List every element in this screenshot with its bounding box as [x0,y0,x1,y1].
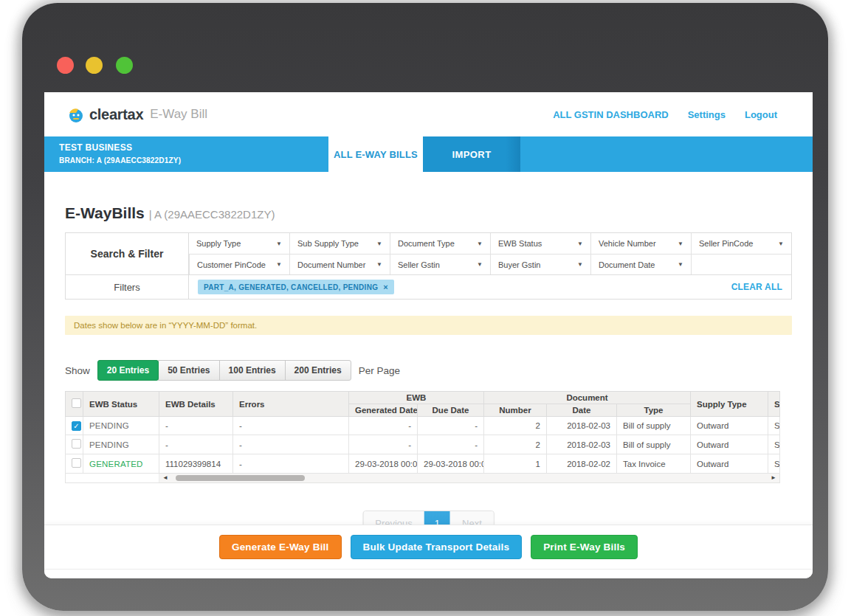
header-link-logout[interactable]: Logout [745,109,777,120]
dropdown-label: Supply Type [196,239,241,248]
entries-option-20[interactable]: 20 Entries [97,360,159,381]
logo-product-name: E-Way Bill [150,107,207,122]
window-close-button[interactable] [57,57,74,74]
dropdown-seller-gstin[interactable]: Seller Gstin▼ [390,254,490,274]
dropdown-ewb-status[interactable]: EWB Status▼ [490,233,590,254]
cell-ewb-details: - [159,435,233,454]
pagination-page-1[interactable]: 1 [424,511,450,525]
cell-document-date: 2018-02-03 [547,417,617,435]
scrollbar-thumb[interactable] [176,475,305,481]
group-header-ewb: EWB [349,392,484,404]
cell-due-date: 29-03-2018 00:00:00 [418,454,484,474]
chevron-down-icon: ▼ [477,240,483,247]
cell-sub-supply-type: SUPP [768,435,780,454]
cell-document-type: Tax Invoice [617,454,691,474]
table-row: GENERATED111029399814-29-03-2018 00:00:0… [66,454,780,474]
ewb-table-head: EWB StatusEWB DetailsErrorsEWBDocumentSu… [66,392,780,417]
navbar: TEST BUSINESS BRANCH: A (29AAECC3822D1ZY… [44,136,813,172]
dropdown-label: Document Date [599,260,655,269]
row-checkbox[interactable] [72,439,81,449]
pagination-previous[interactable]: Previous [363,511,424,525]
scroll-left-icon[interactable]: ◄ [159,475,171,481]
col-header-ewb-details: EWB Details [159,392,233,417]
dropdown-document-date[interactable]: Document Date▼ [590,254,691,274]
header-link-all-gstin-dashboard[interactable]: ALL GSTIN DASHBOARD [553,109,668,120]
cell-sub-supply-type: SUPP [768,454,780,474]
dropdown-supply-type[interactable]: Supply Type▼ [189,233,289,254]
per-page-label: Per Page [359,365,400,376]
filter-chip-remove-icon[interactable]: × [383,283,388,291]
main-area: E-WayBills| A (29AAECC3822D1ZY) Search &… [44,172,813,525]
cell-checkbox [66,435,83,454]
dropdown-seller-pincode[interactable]: Seller PinCode▼ [691,233,791,254]
scroll-right-icon[interactable]: ► [768,475,779,481]
clear-all-link[interactable]: CLEAR ALL [731,282,782,292]
dropdown-customer-pincode[interactable]: Customer PinCode▼ [189,254,289,274]
col-header-supply-type: Supply Type [691,392,768,417]
dropdown-label: Seller PinCode [699,239,753,248]
row-checkbox[interactable] [72,458,81,468]
search-filter-label: Search & Filter [66,233,189,274]
cell-errors: - [233,417,349,435]
tab-all-eway-bills[interactable]: ALL E-WAY BILLS [328,136,423,172]
cell-supply-type: Outward [691,435,768,454]
search-filter-panel: Search & Filter Supply Type▼Sub Supply T… [65,232,792,300]
entries-option-200[interactable]: 200 Entries [285,360,351,381]
cell-due-date: - [418,435,484,454]
cell-document-date: 2018-02-02 [547,454,617,474]
cell-generated-date: - [349,417,418,435]
dropdown-label: Document Type [398,239,455,248]
sub-header-generated-date: Generated Date [349,404,418,417]
entries-option-50[interactable]: 50 Entries [158,360,219,381]
cell-sub-supply-type: SUPP [768,417,780,435]
cell-document-number: 1 [484,454,547,474]
chevron-down-icon: ▼ [678,240,683,247]
cleartax-logo-icon [66,105,84,123]
header-link-settings[interactable]: Settings [688,109,726,120]
chevron-down-icon: ▼ [376,261,382,268]
dropdown-vehicle-number[interactable]: Vehicle Number▼ [590,233,691,254]
branch-label: BRANCH: A (29AAECC3822D1ZY) [59,156,328,165]
dropdown-document-type[interactable]: Document Type▼ [390,233,490,254]
window-maximize-button[interactable] [116,57,133,74]
col-header-ewb-status: EWB Status [83,392,159,417]
app-content: cleartax E-Way Bill ALL GSTIN DASHBOARDS… [44,92,813,578]
cell-ewb-status: PENDING [83,417,159,435]
print-e-way-bills-button[interactable]: Print E-Way Bills [531,535,638,559]
dropdown-label: Vehicle Number [599,239,656,248]
table-row: PENDING----22018-02-03Bill of supplyOutw… [66,435,780,454]
window-minimize-button[interactable] [86,57,103,74]
filter-chip[interactable]: PART_A, GENERATED, CANCELLED, PENDING × [198,280,394,294]
cell-supply-type: Outward [691,454,768,474]
cell-document-type: Bill of supply [617,435,691,454]
screenshot-canvas: cleartax E-Way Bill ALL GSTIN DASHBOARDS… [0,0,851,616]
entries-option-100[interactable]: 100 Entries [219,360,286,381]
logo-name: cleartax [89,106,143,123]
app-header: cleartax E-Way Bill ALL GSTIN DASHBOARDS… [44,92,813,136]
ewb-table-wrap: EWB StatusEWB DetailsErrorsEWBDocumentSu… [65,391,780,483]
dropdown-label: Seller Gstin [398,260,440,269]
select-all-checkbox[interactable] [72,398,81,408]
scrollbar-track[interactable]: ◄ ► [159,474,779,482]
dropdown-sub-supply-type[interactable]: Sub Supply Type▼ [289,233,390,254]
business-name: TEST BUSINESS [59,142,328,153]
page-subtitle: | A (29AAECC3822D1ZY) [149,208,275,221]
pagination: Previous 1 Next [362,511,495,525]
ewb-table-body: ✓PENDING----22018-02-03Bill of supplyOut… [66,417,780,474]
pagination-next[interactable]: Next [450,511,494,525]
scrollbar-spacer [66,474,159,482]
cell-generated-date: - [349,435,418,454]
dropdown-document-number[interactable]: Document Number▼ [289,254,390,274]
generate-e-way-bill-button[interactable]: Generate E-Way Bill [219,535,342,559]
entries-row: Show 20 Entries50 Entries100 Entries200 … [65,360,792,381]
row-checkbox[interactable]: ✓ [72,421,81,431]
filters-row: PART_A, GENERATED, CANCELLED, PENDING × … [189,274,791,299]
navbar-filler [520,136,813,172]
bulk-update-transport-details-button[interactable]: Bulk Update Transport Details [351,535,523,559]
sub-header-date: Date [547,404,617,417]
cell-ewb-status: PENDING [83,435,159,454]
business-info: TEST BUSINESS BRANCH: A (29AAECC3822D1ZY… [44,136,328,172]
cell-document-type: Bill of supply [617,417,691,435]
dropdown-buyer-gstin[interactable]: Buyer Gstin▼ [490,254,590,274]
tab-import[interactable]: IMPORT [423,136,520,172]
